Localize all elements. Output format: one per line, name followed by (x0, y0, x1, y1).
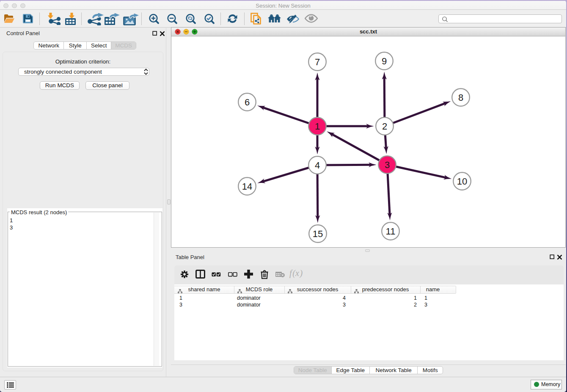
svg-text:11: 11 (386, 226, 396, 237)
svg-text:7: 7 (315, 57, 320, 67)
svg-text:14: 14 (242, 181, 252, 192)
svg-text:3: 3 (385, 160, 390, 170)
svg-text:15: 15 (313, 229, 323, 239)
svg-text:2: 2 (382, 121, 387, 132)
svg-text:6: 6 (245, 97, 250, 108)
svg-text:1: 1 (315, 121, 320, 132)
svg-text:9: 9 (382, 56, 387, 66)
svg-text:8: 8 (458, 92, 463, 103)
svg-text:10: 10 (457, 176, 467, 187)
svg-text:4: 4 (315, 160, 320, 171)
